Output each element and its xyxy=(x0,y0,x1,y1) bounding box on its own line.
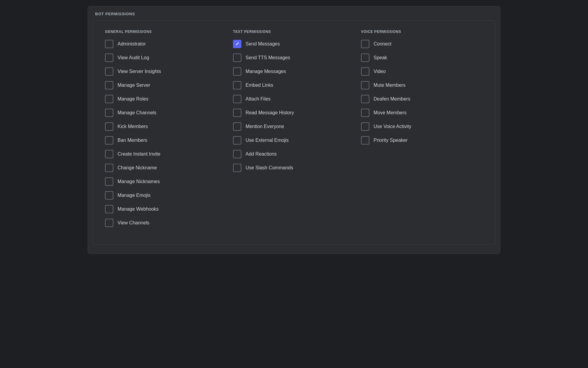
permissions-grid: GENERAL PERMISSIONSAdministratorView Aud… xyxy=(102,30,486,232)
permission-label-ban-members: Ban Members xyxy=(118,138,147,143)
checkbox-use-voice-activity[interactable] xyxy=(361,122,369,131)
checkbox-administrator[interactable] xyxy=(105,40,113,48)
permission-label-move-members: Move Members xyxy=(374,110,406,115)
checkbox-ban-members[interactable] xyxy=(105,136,113,145)
permission-item-mute-members[interactable]: Mute Members xyxy=(361,81,483,89)
checkbox-manage-channels[interactable] xyxy=(105,109,113,117)
permission-item-manage-emojis[interactable]: Manage Emojis xyxy=(105,191,227,200)
checkbox-manage-nicknames[interactable] xyxy=(105,177,113,186)
permission-label-mute-members: Mute Members xyxy=(374,83,406,88)
bot-permissions-container: BOT PERMISSIONS GENERAL PERMISSIONSAdmin… xyxy=(88,6,500,254)
permission-item-connect[interactable]: Connect xyxy=(361,40,483,48)
checkbox-priority-speaker[interactable] xyxy=(361,136,369,145)
permission-item-deafen-members[interactable]: Deafen Members xyxy=(361,95,483,103)
permission-label-manage-channels: Manage Channels xyxy=(118,110,156,115)
permission-label-manage-server: Manage Server xyxy=(118,83,150,88)
checkbox-view-channels[interactable] xyxy=(105,219,113,227)
checkbox-add-reactions[interactable] xyxy=(233,150,241,158)
permission-label-read-message-history: Read Message History xyxy=(246,110,294,115)
permissions-panel: GENERAL PERMISSIONSAdministratorView Aud… xyxy=(93,20,495,245)
checkbox-create-instant-invite[interactable] xyxy=(105,150,113,158)
permission-item-mention-everyone[interactable]: Mention Everyone xyxy=(233,122,355,131)
checkbox-kick-members[interactable] xyxy=(105,122,113,131)
column-voice: VOICE PERMISSIONSConnectSpeakVideoMute M… xyxy=(358,30,486,232)
checkbox-use-external-emojis[interactable] xyxy=(233,136,241,145)
permission-item-priority-speaker[interactable]: Priority Speaker xyxy=(361,136,483,145)
permission-label-create-instant-invite: Create Instant Invite xyxy=(118,151,160,157)
permission-label-manage-nicknames: Manage Nicknames xyxy=(118,179,160,184)
permission-item-move-members[interactable]: Move Members xyxy=(361,109,483,117)
permission-item-read-message-history[interactable]: Read Message History xyxy=(233,109,355,117)
permission-label-kick-members: Kick Members xyxy=(118,124,148,129)
checkbox-speak[interactable] xyxy=(361,54,369,62)
permission-label-send-tts-messages: Send TTS Messages xyxy=(246,55,290,60)
checkbox-send-tts-messages[interactable] xyxy=(233,54,241,62)
checkbox-deafen-members[interactable] xyxy=(361,95,369,103)
permission-item-manage-nicknames[interactable]: Manage Nicknames xyxy=(105,177,227,186)
checkbox-embed-links[interactable] xyxy=(233,81,241,89)
permission-label-add-reactions: Add Reactions xyxy=(246,151,277,157)
permission-item-manage-channels[interactable]: Manage Channels xyxy=(105,109,227,117)
permission-item-view-channels[interactable]: View Channels xyxy=(105,219,227,227)
permission-item-create-instant-invite[interactable]: Create Instant Invite xyxy=(105,150,227,158)
permission-item-change-nickname[interactable]: Change Nickname xyxy=(105,164,227,172)
permission-label-view-channels: View Channels xyxy=(118,220,149,226)
permission-label-mention-everyone: Mention Everyone xyxy=(246,124,284,129)
permission-item-use-slash-commands[interactable]: Use Slash Commands xyxy=(233,164,355,172)
permission-label-manage-emojis: Manage Emojis xyxy=(118,193,150,198)
permission-item-use-external-emojis[interactable]: Use External Emojis xyxy=(233,136,355,145)
permission-label-view-audit-log: View Audit Log xyxy=(118,55,149,60)
checkbox-send-messages[interactable] xyxy=(233,40,241,48)
checkbox-read-message-history[interactable] xyxy=(233,109,241,117)
permission-item-administrator[interactable]: Administrator xyxy=(105,40,227,48)
checkbox-manage-emojis[interactable] xyxy=(105,191,113,200)
column-general: GENERAL PERMISSIONSAdministratorView Aud… xyxy=(102,30,230,232)
permission-label-change-nickname: Change Nickname xyxy=(118,165,157,171)
checkbox-view-server-insights[interactable] xyxy=(105,67,113,76)
checkbox-mention-everyone[interactable] xyxy=(233,122,241,131)
checkbox-video[interactable] xyxy=(361,67,369,76)
checkbox-manage-webhooks[interactable] xyxy=(105,205,113,213)
permission-label-embed-links: Embed Links xyxy=(246,83,273,88)
checkbox-move-members[interactable] xyxy=(361,109,369,117)
permission-label-manage-roles: Manage Roles xyxy=(118,96,148,102)
permission-label-speak: Speak xyxy=(374,55,387,60)
permission-item-manage-server[interactable]: Manage Server xyxy=(105,81,227,89)
permission-label-use-external-emojis: Use External Emojis xyxy=(246,138,289,143)
checkbox-use-slash-commands[interactable] xyxy=(233,164,241,172)
permission-item-send-messages[interactable]: Send Messages xyxy=(233,40,355,48)
column-header-voice: VOICE PERMISSIONS xyxy=(361,30,483,34)
permission-label-use-voice-activity: Use Voice Activity xyxy=(374,124,411,129)
permission-label-deafen-members: Deafen Members xyxy=(374,96,410,102)
permission-label-use-slash-commands: Use Slash Commands xyxy=(246,165,293,171)
permission-item-video[interactable]: Video xyxy=(361,67,483,76)
checkbox-attach-files[interactable] xyxy=(233,95,241,103)
checkbox-connect[interactable] xyxy=(361,40,369,48)
checkbox-mute-members[interactable] xyxy=(361,81,369,89)
permission-label-administrator: Administrator xyxy=(118,41,146,47)
permission-item-manage-roles[interactable]: Manage Roles xyxy=(105,95,227,103)
checkbox-manage-server[interactable] xyxy=(105,81,113,89)
checkbox-manage-messages[interactable] xyxy=(233,67,241,76)
checkbox-manage-roles[interactable] xyxy=(105,95,113,103)
permission-label-connect: Connect xyxy=(374,41,392,47)
checkbox-view-audit-log[interactable] xyxy=(105,54,113,62)
permission-item-use-voice-activity[interactable]: Use Voice Activity xyxy=(361,122,483,131)
permission-item-ban-members[interactable]: Ban Members xyxy=(105,136,227,145)
permission-item-manage-webhooks[interactable]: Manage Webhooks xyxy=(105,205,227,213)
permission-item-attach-files[interactable]: Attach Files xyxy=(233,95,355,103)
permission-item-kick-members[interactable]: Kick Members xyxy=(105,122,227,131)
permission-item-view-audit-log[interactable]: View Audit Log xyxy=(105,54,227,62)
permission-item-manage-messages[interactable]: Manage Messages xyxy=(233,67,355,76)
permission-item-view-server-insights[interactable]: View Server Insights xyxy=(105,67,227,76)
permission-label-attach-files: Attach Files xyxy=(246,96,271,102)
permission-label-video: Video xyxy=(374,69,386,74)
column-header-general: GENERAL PERMISSIONS xyxy=(105,30,227,34)
permission-item-send-tts-messages[interactable]: Send TTS Messages xyxy=(233,54,355,62)
column-header-text: TEXT PERMISSIONS xyxy=(233,30,355,34)
permission-item-add-reactions[interactable]: Add Reactions xyxy=(233,150,355,158)
checkbox-change-nickname[interactable] xyxy=(105,164,113,172)
permission-item-embed-links[interactable]: Embed Links xyxy=(233,81,355,89)
permission-label-priority-speaker: Priority Speaker xyxy=(374,138,408,143)
permission-item-speak[interactable]: Speak xyxy=(361,54,483,62)
